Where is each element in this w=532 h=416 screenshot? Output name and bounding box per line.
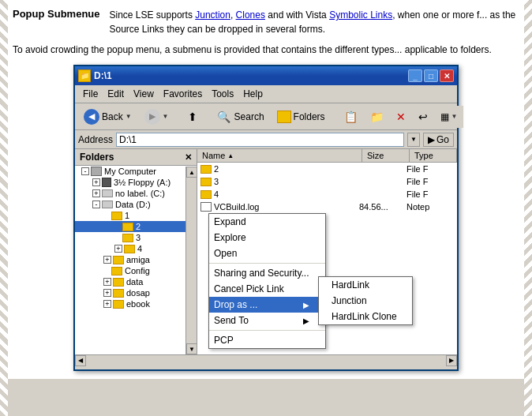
back-button[interactable]: ◀ Back ▼ <box>78 106 137 128</box>
views-button[interactable]: ▦ ▼ <box>435 106 463 128</box>
tree-item-ddrive[interactable]: - Data (D:) <box>75 199 197 210</box>
col-type-label: Type <box>414 151 433 160</box>
ctx-open[interactable]: Open <box>209 245 325 261</box>
expand-ebook-icon[interactable]: + <box>103 300 111 308</box>
tree-item-config[interactable]: Config <box>75 265 197 276</box>
col-name-label: Name <box>202 151 225 160</box>
file4-type: File F <box>406 189 454 199</box>
link-symbolic-links[interactable]: Symbolic Links <box>329 9 392 21</box>
menu-favorites[interactable]: Favorites <box>159 87 207 101</box>
log-icon <box>200 202 212 212</box>
ctx-cancel[interactable]: Cancel Pick Link <box>209 281 325 297</box>
col-size-label: Size <box>367 151 384 160</box>
up-button[interactable]: ⬆ <box>182 106 203 128</box>
paste-button[interactable]: 📁 <box>365 106 389 128</box>
address-dropdown[interactable]: ▼ <box>407 133 420 147</box>
context-menu: Expand Explore Open Sharing and Security… <box>208 213 326 349</box>
tree-item-folder4[interactable]: + 4 <box>75 243 197 254</box>
menu-help[interactable]: Help <box>238 87 268 101</box>
close-button[interactable]: ✕ <box>440 69 454 82</box>
ctx-send-to[interactable]: Send To ▶ <box>209 313 325 328</box>
expand-floppy-icon[interactable]: + <box>92 178 100 186</box>
submenu-hardlink-clone[interactable]: HardLink Clone <box>319 309 412 324</box>
tree-item-data[interactable]: + data <box>75 276 197 287</box>
expand-amiga-icon[interactable]: + <box>103 256 111 264</box>
submenu-junction[interactable]: Junction <box>319 293 412 309</box>
back-label: Back <box>102 111 123 122</box>
tree-item-folder1[interactable]: 1 <box>75 210 197 221</box>
copy-button[interactable]: 📋 <box>339 106 363 128</box>
scroll-left-button[interactable]: ◀ <box>75 355 86 366</box>
ctx-explore[interactable]: Explore <box>209 230 325 245</box>
scroll-right-button[interactable]: ▶ <box>446 355 457 366</box>
tree-item-cdrive[interactable]: + no label. (C:) <box>75 188 197 199</box>
file-row-2[interactable]: 2 File F <box>197 163 457 175</box>
cdrive-icon <box>102 189 113 197</box>
tree-label-folder2: 2 <box>136 222 140 231</box>
file-row-3[interactable]: 3 File F <box>197 175 457 188</box>
window-title: D:\1 <box>94 70 112 81</box>
tree-label-folder3: 3 <box>136 233 140 242</box>
maximize-button[interactable]: □ <box>424 69 438 82</box>
scrollbar-up-button[interactable]: ▲ <box>186 167 197 178</box>
file-row-vcbuild[interactable]: VCBuild.log 84.56... Notep <box>197 201 457 213</box>
toolbar: ◀ Back ▼ ▶ ▼ ⬆ 🔍 Search <box>75 103 457 130</box>
file2-name: 2 <box>214 164 359 174</box>
tree-item-folder3[interactable]: 3 <box>75 232 197 243</box>
file-row-4[interactable]: 4 File F <box>197 188 457 201</box>
submenu: HardLink Junction HardLink Clone <box>318 276 413 325</box>
tree-item-floppy[interactable]: + 3½ Floppy (A:) <box>75 177 197 188</box>
ctx-sep-2 <box>209 330 325 331</box>
scrollbar-down-button[interactable]: ▼ <box>186 343 197 354</box>
tree-item-amiga[interactable]: + amiga <box>75 254 197 265</box>
folder4-icon <box>124 245 135 253</box>
col-header-size[interactable]: Size <box>362 149 410 162</box>
tree-label-ebook: ebook <box>126 299 150 309</box>
title-buttons: _ □ ✕ <box>408 69 454 82</box>
menu-view[interactable]: View <box>129 87 159 101</box>
status-bar <box>75 365 457 369</box>
tree-item-ebook[interactable]: + ebook <box>75 298 197 309</box>
expand-ddrive-icon[interactable]: - <box>92 201 100 208</box>
expand-data-icon[interactable]: + <box>103 278 111 286</box>
folders-label: Folders <box>294 111 325 122</box>
menu-bar: File Edit View Favorites Tools Help <box>75 85 457 103</box>
submenu-junction-label: Junction <box>332 295 367 306</box>
ctx-sharing-label: Sharing and Security... <box>214 268 309 279</box>
title-bar-left: 📁 D:\1 <box>78 69 112 82</box>
col-header-name[interactable]: Name ▲ <box>197 149 362 162</box>
ctx-expand[interactable]: Expand <box>209 214 325 230</box>
delete-icon: ✕ <box>396 111 406 123</box>
expand-cdrive-icon[interactable]: + <box>92 189 100 197</box>
vcbuild-name: VCBuild.log <box>214 202 359 212</box>
tree-item-folder2[interactable]: 2 <box>75 221 197 232</box>
folders-button[interactable]: Folders <box>272 106 331 128</box>
undo-button[interactable]: ↩ <box>413 106 433 128</box>
ctx-pcp[interactable]: PCP <box>209 332 325 348</box>
folder1-icon <box>111 212 122 220</box>
delete-button[interactable]: ✕ <box>391 106 411 128</box>
ctx-sharing[interactable]: Sharing and Security... <box>209 265 325 281</box>
search-button[interactable]: 🔍 Search <box>211 106 270 128</box>
tree-item-dosap[interactable]: + dosap <box>75 287 197 298</box>
expand-dosap-icon[interactable]: + <box>103 289 111 297</box>
ctx-sep-1 <box>209 263 325 264</box>
folders-close-button[interactable]: ✕ <box>185 152 192 163</box>
expand-folder4-icon[interactable]: + <box>114 245 122 253</box>
minimize-button[interactable]: _ <box>408 69 422 82</box>
menu-file[interactable]: File <box>78 87 103 101</box>
link-clones[interactable]: Clones <box>236 9 265 21</box>
ctx-drop-as[interactable]: Drop as ... ▶ <box>209 297 325 313</box>
tree-item-mycomputer[interactable]: - My Computer <box>75 166 197 177</box>
address-label: Address <box>78 134 113 145</box>
submenu-hardlink[interactable]: HardLink <box>319 277 412 293</box>
menu-tools[interactable]: Tools <box>207 87 238 101</box>
go-button[interactable]: ▶ Go <box>423 133 454 147</box>
forward-button[interactable]: ▶ ▼ <box>139 106 174 128</box>
menu-edit[interactable]: Edit <box>103 87 129 101</box>
address-field[interactable]: D:\1 <box>116 133 404 147</box>
tree-label-dosap: dosap <box>126 288 150 298</box>
expand-mycomputer-icon[interactable]: - <box>81 167 89 175</box>
col-header-type[interactable]: Type <box>410 149 457 162</box>
link-junction[interactable]: Junction <box>195 9 230 21</box>
